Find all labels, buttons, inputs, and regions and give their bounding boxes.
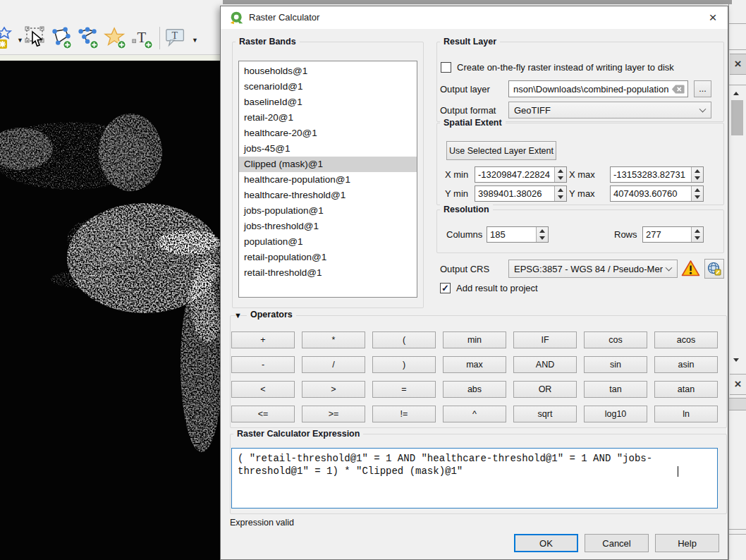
- toolbar-separator: [159, 27, 160, 49]
- spin-buttons[interactable]: [536, 227, 548, 242]
- dialog-title: Raster Calculator: [249, 12, 319, 23]
- window-edge: [223, 0, 732, 4]
- panel-close-icon[interactable]: ×: [730, 54, 746, 75]
- list-item[interactable]: healthcare-population@1: [239, 172, 417, 188]
- op-button[interactable]: atan: [654, 381, 718, 398]
- list-item[interactable]: jobs-threshold@1: [239, 219, 417, 234]
- cancel-button[interactable]: Cancel: [585, 534, 649, 552]
- y-min-value: 3989401.38026: [478, 188, 542, 199]
- op-button[interactable]: asin: [654, 356, 718, 373]
- op-button[interactable]: *: [302, 331, 365, 348]
- strip-divider: [729, 85, 746, 85]
- use-extent-button[interactable]: Use Selected Layer Extent: [446, 141, 556, 160]
- scrollbar-thumb[interactable]: [731, 100, 743, 135]
- polygon-annotation-icon[interactable]: [49, 25, 73, 51]
- output-layer-value: nson\Downloads\combined-population: [513, 84, 668, 95]
- output-format-label: Output format: [440, 105, 496, 116]
- clear-icon[interactable]: [671, 84, 685, 95]
- scroll-down-icon[interactable]: [733, 358, 739, 362]
- op-button[interactable]: sin: [584, 356, 647, 373]
- expression-input[interactable]: ( "retail-threshold@1" = 1 AND "healthca…: [231, 448, 718, 509]
- rows-spinbox[interactable]: 277: [642, 226, 704, 243]
- op-button[interactable]: abs: [443, 381, 506, 398]
- op-button[interactable]: sqrt: [513, 406, 577, 422]
- list-item[interactable]: healthcare-threshold@1: [239, 188, 417, 203]
- x-max-label: X max: [569, 169, 595, 180]
- spin-buttons[interactable]: [554, 186, 566, 201]
- list-item[interactable]: retail-threshold@1: [239, 265, 417, 281]
- map-canvas[interactable]: [0, 61, 220, 560]
- op-button[interactable]: >=: [302, 406, 365, 422]
- list-item[interactable]: population@1: [239, 234, 417, 250]
- op-button[interactable]: <=: [231, 406, 295, 422]
- y-max-label: Y max: [569, 188, 595, 199]
- op-button[interactable]: <: [231, 381, 295, 398]
- columns-spinbox[interactable]: 185: [487, 226, 549, 243]
- op-button[interactable]: log10: [584, 406, 647, 422]
- list-item[interactable]: jobs-population@1: [239, 203, 417, 219]
- op-button[interactable]: (: [372, 331, 436, 348]
- list-item[interactable]: baselineId@1: [239, 95, 417, 110]
- op-button[interactable]: max: [443, 356, 506, 373]
- x-min-spinbox[interactable]: -13209847.22824: [475, 166, 567, 183]
- dialog-close-icon[interactable]: ×: [702, 8, 724, 28]
- op-button[interactable]: IF: [513, 331, 577, 348]
- list-item[interactable]: scenarioId@1: [239, 79, 417, 95]
- dialog-titlebar[interactable]: Raster Calculator ×: [221, 6, 728, 29]
- x-max-spinbox[interactable]: -13153283.82731: [610, 166, 704, 183]
- spin-buttons[interactable]: [691, 227, 703, 242]
- y-min-spinbox[interactable]: 3989401.38026: [475, 185, 567, 202]
- browse-button[interactable]: ...: [694, 80, 711, 97]
- crs-picker-button[interactable]: [704, 259, 724, 279]
- op-button[interactable]: -: [231, 356, 295, 373]
- list-item[interactable]: jobs-45@1: [239, 141, 417, 157]
- scroll-up-icon[interactable]: [733, 92, 739, 95]
- op-button[interactable]: ln: [654, 406, 718, 422]
- list-item-selected[interactable]: Clipped (mask)@1: [239, 157, 417, 172]
- add-result-checkbox[interactable]: ✓: [440, 283, 451, 293]
- op-button[interactable]: cos: [584, 331, 647, 348]
- output-layer-input[interactable]: nson\Downloads\combined-population: [508, 80, 688, 97]
- marker-annotation-icon[interactable]: [104, 25, 128, 51]
- op-button[interactable]: min: [443, 331, 506, 348]
- text-annotation-icon[interactable]: T: [130, 25, 154, 51]
- spin-buttons[interactable]: [691, 167, 703, 182]
- list-item[interactable]: retail-20@1: [239, 110, 417, 126]
- op-button[interactable]: ^: [443, 406, 506, 422]
- op-button[interactable]: tan: [584, 381, 647, 398]
- output-crs-select[interactable]: EPSG:3857 - WGS 84 / Pseudo-Mer: [508, 260, 678, 278]
- spin-buttons[interactable]: [691, 186, 703, 201]
- list-item[interactable]: retail-population@1: [239, 250, 417, 265]
- panel-close-icon[interactable]: ×: [730, 374, 746, 395]
- map-edge: [0, 55, 220, 61]
- op-button[interactable]: ): [372, 356, 436, 373]
- list-item[interactable]: healthcare-20@1: [239, 126, 417, 141]
- ok-button[interactable]: OK: [514, 534, 578, 552]
- op-button[interactable]: OR: [513, 381, 577, 398]
- add-result-label: Add result to project: [456, 283, 538, 293]
- op-button[interactable]: /: [302, 356, 365, 373]
- raster-calculator-dialog: Raster Calculator × Raster Bands househo…: [220, 6, 728, 560]
- op-button[interactable]: +: [231, 331, 295, 348]
- op-button[interactable]: >: [302, 381, 365, 398]
- spin-buttons[interactable]: [554, 167, 566, 182]
- move-annotation-icon[interactable]: [24, 25, 48, 51]
- balloon-annotation-icon[interactable]: T: [164, 25, 188, 51]
- balloon-annotation-dropdown-icon[interactable]: ▼: [192, 37, 198, 44]
- op-button[interactable]: acos: [654, 331, 718, 348]
- op-button[interactable]: =: [372, 381, 436, 398]
- raster-bands-list[interactable]: households@1 scenarioId@1 baselineId@1 r…: [238, 61, 417, 298]
- output-layer-label: Output layer: [440, 84, 490, 95]
- line-annotation-icon[interactable]: [76, 25, 100, 51]
- collapse-icon[interactable]: ▼: [234, 311, 242, 319]
- help-button[interactable]: Help: [655, 534, 719, 552]
- list-item[interactable]: households@1: [239, 63, 417, 79]
- op-button[interactable]: !=: [372, 406, 436, 422]
- y-max-spinbox[interactable]: 4074093.60760: [610, 185, 704, 202]
- output-format-select[interactable]: GeoTIFF: [508, 102, 711, 118]
- annotation-layer-icon[interactable]: [0, 25, 18, 51]
- on-the-fly-checkbox[interactable]: [441, 62, 451, 73]
- columns-value: 185: [490, 229, 506, 240]
- op-button[interactable]: AND: [513, 356, 577, 373]
- annotation-layer-dropdown-icon[interactable]: ▼: [17, 37, 23, 44]
